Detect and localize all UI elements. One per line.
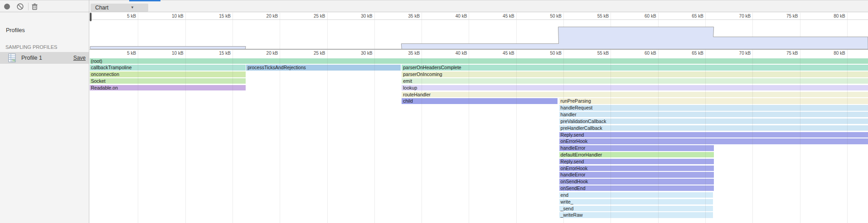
- view-mode-dropdown[interactable]: Chart ▼: [91, 4, 148, 12]
- flame-bar-label: _writeRaw: [559, 212, 713, 218]
- flame-bar-label: routeHandler: [402, 92, 868, 98]
- flame-bar-label: callbackTrampoline: [90, 65, 246, 71]
- overview-drag-handle[interactable]: [90, 13, 92, 21]
- flame-bar[interactable]: onSendHook: [559, 179, 714, 184]
- ruler-tick-label: 40 kB: [441, 14, 467, 19]
- toolbar-separator: [28, 3, 29, 10]
- flame-bar[interactable]: Reply.send: [559, 132, 868, 138]
- flame-bar[interactable]: preValidationCallback: [559, 119, 868, 124]
- flame-bar-label: parserOnIncoming: [402, 71, 868, 77]
- ruler-tick-label: 70 kB: [724, 51, 751, 56]
- flame-bar-label: _send: [559, 206, 713, 212]
- profile-document-icon: %: [8, 53, 16, 62]
- ruler-tick-label: 70 kB: [724, 14, 751, 19]
- flame-gridline: [233, 50, 233, 223]
- flame-bar-label: processTicksAndRejections: [246, 65, 401, 71]
- flame-bar[interactable]: write_: [559, 199, 713, 204]
- flame-gridline: [800, 50, 800, 223]
- flame-bar[interactable]: onErrorHook: [559, 138, 868, 144]
- flame-bar-label: Reply.send: [559, 132, 868, 138]
- flame-bar-label: onSendHook: [559, 179, 714, 185]
- flame-bar-label: child: [402, 98, 558, 104]
- flame-gridline: [752, 50, 753, 223]
- flame-bar-label: handler: [559, 112, 868, 118]
- flame-bar[interactable]: handleError: [559, 172, 714, 177]
- flame-bar[interactable]: processTicksAndRejections: [246, 65, 401, 70]
- flame-bar-label: end: [559, 192, 713, 198]
- ruler-tick-label: 30 kB: [346, 51, 373, 56]
- chevron-down-icon: ▼: [131, 4, 134, 12]
- overview-ruler: 5 kB10 kB15 kB20 kB25 kB30 kB35 kB40 kB4…: [89, 13, 868, 20]
- flame-bar[interactable]: _writeRaw: [559, 212, 713, 218]
- flame-bar[interactable]: parserOnHeadersComplete: [402, 65, 868, 70]
- clear-icon[interactable]: [16, 3, 24, 10]
- memory-profiler-panel: Chart ▼ Profiles SAMPLING PROFILES % Pro…: [0, 0, 868, 223]
- flame-bar[interactable]: onconnection: [90, 71, 246, 77]
- flame-gridline: [327, 50, 328, 223]
- ruler-tick-label: 75 kB: [772, 51, 798, 56]
- flame-bar-label: onErrorHook: [559, 166, 714, 171]
- profile-name: Profile 1: [21, 52, 42, 64]
- flame-bar[interactable]: callbackTrampoline: [90, 65, 246, 70]
- ruler-tick-label: 25 kB: [299, 51, 325, 56]
- flame-bar-label: handleError: [559, 172, 714, 178]
- flame-bar[interactable]: onSendEnd: [559, 185, 714, 191]
- flame-bar-label: preValidationCallback: [559, 119, 868, 124]
- flame-bar[interactable]: handleRequest: [559, 105, 868, 110]
- sidebar-item-profile-1[interactable]: % Profile 1 Save: [0, 52, 89, 64]
- flame-bar[interactable]: Reply.send: [559, 159, 714, 164]
- flame-bar[interactable]: Readable.on: [90, 85, 246, 90]
- flame-bar-label: onconnection: [90, 71, 246, 77]
- flame-bar[interactable]: (root): [90, 58, 868, 64]
- ruler-tick-label: 20 kB: [252, 14, 278, 19]
- profiles-title: Profiles: [6, 27, 25, 33]
- flame-bar[interactable]: emit: [402, 78, 868, 84]
- view-mode-dropdown-label: Chart: [95, 4, 108, 12]
- ruler-tick-label: 40 kB: [441, 51, 467, 56]
- save-link[interactable]: Save: [73, 52, 86, 64]
- flame-bar[interactable]: runPreParsing: [559, 98, 868, 104]
- flame-gridline: [516, 50, 517, 223]
- ruler-tick-label: 75 kB: [772, 14, 798, 19]
- ruler-tick-label: 5 kB: [110, 51, 136, 56]
- ruler-tick-label: 80 kB: [819, 51, 845, 56]
- ruler-tick-label: 35 kB: [393, 51, 420, 56]
- ruler-tick-label: 60 kB: [630, 51, 656, 56]
- flame-bar[interactable]: parserOnIncoming: [402, 71, 868, 77]
- ruler-tick-label: 55 kB: [582, 51, 609, 56]
- ruler-tick-label: 25 kB: [299, 14, 325, 19]
- record-button[interactable]: [4, 4, 10, 9]
- ruler-tick-label: 60 kB: [630, 14, 656, 19]
- ruler-tick-label: 35 kB: [393, 14, 420, 19]
- ruler-tick-label: 10 kB: [157, 51, 184, 56]
- trash-icon[interactable]: [31, 3, 39, 10]
- sampling-profiles-section-title: SAMPLING PROFILES: [5, 44, 57, 50]
- flame-bar[interactable]: _send: [559, 206, 713, 211]
- flame-bar-label: handleRequest: [559, 105, 868, 111]
- flame-bar[interactable]: Socket: [90, 78, 246, 84]
- flame-bar[interactable]: routeHandler: [402, 92, 868, 97]
- flame-bar-label: Socket: [90, 78, 246, 84]
- ruler-tick-label: 50 kB: [535, 14, 562, 19]
- flame-bar-label: write_: [559, 199, 713, 205]
- flame-bar[interactable]: end: [559, 192, 713, 198]
- ruler-tick-label: 15 kB: [204, 51, 231, 56]
- flame-bar[interactable]: child: [402, 98, 558, 104]
- flame-bar[interactable]: defaultErrorHandler: [559, 152, 714, 157]
- flame-bar[interactable]: lookup: [402, 85, 868, 90]
- flame-bar[interactable]: handleError: [559, 145, 714, 151]
- flame-bar[interactable]: preHandlerCallback: [559, 125, 868, 131]
- flame-bar-label: defaultErrorHandler: [559, 152, 714, 158]
- flame-bar[interactable]: onErrorHook: [559, 166, 714, 171]
- flame-bar-label: lookup: [402, 85, 868, 91]
- ruler-tick-label: 20 kB: [252, 51, 278, 56]
- ruler-tick-label: 10 kB: [157, 14, 184, 19]
- ruler-tick-label: 65 kB: [677, 14, 703, 19]
- flame-bar-label: parserOnHeadersComplete: [402, 65, 868, 71]
- flame-gridline: [185, 50, 186, 223]
- profiles-sidebar: Profiles SAMPLING PROFILES % Profile 1 S…: [0, 12, 89, 223]
- flame-gridline: [422, 50, 422, 223]
- toolbar: Chart ▼: [0, 0, 868, 12]
- flame-bar[interactable]: handler: [559, 112, 868, 117]
- chart-pane: [89, 13, 868, 223]
